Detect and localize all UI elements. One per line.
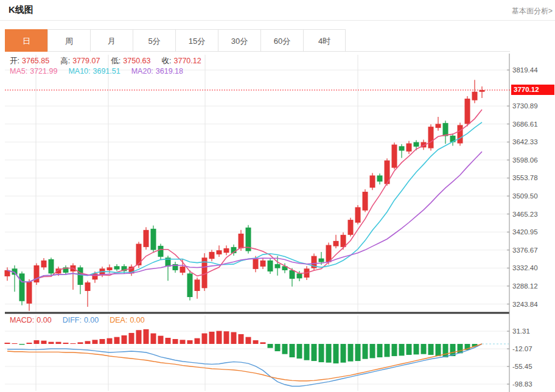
candle-body	[348, 220, 354, 235]
macd-bar	[180, 340, 186, 344]
candle-body	[363, 192, 368, 211]
macd-bar	[71, 343, 76, 344]
legend-label: 开:	[10, 57, 19, 65]
candle-body	[458, 125, 463, 143]
macd-bar	[304, 344, 310, 360]
svg-text:3553.78: 3553.78	[512, 174, 538, 181]
candle-body	[253, 259, 259, 269]
svg-text:3819.44: 3819.44	[512, 66, 538, 74]
svg-text:3598.06: 3598.06	[512, 156, 538, 164]
macd-bar	[436, 344, 441, 356]
macd-bar	[92, 340, 98, 344]
macd-bar	[370, 344, 375, 358]
macd-bar	[319, 344, 324, 362]
legend-label: MA5:	[10, 67, 27, 75]
macd-bar	[290, 344, 295, 357]
macd-bar	[129, 333, 134, 344]
macd-bar	[202, 334, 208, 344]
candle-body	[217, 250, 222, 254]
candle-body	[297, 273, 302, 278]
macd-bar	[19, 344, 25, 345]
macd-histogram	[5, 329, 478, 363]
candle-body	[78, 267, 83, 285]
macd-bar	[348, 344, 354, 362]
legend-value: 3619.18	[156, 67, 183, 75]
legend-label: MA10:	[68, 67, 90, 75]
legend-value: 3750.63	[123, 57, 150, 65]
legend-label: 收:	[162, 57, 172, 65]
legend-value: 3691.51	[93, 67, 120, 75]
candle-body	[333, 241, 339, 247]
macd-bar	[41, 341, 47, 344]
svg-text:3288.12: 3288.12	[512, 282, 538, 290]
svg-text:3376.67: 3376.67	[512, 247, 538, 254]
macd-bar	[5, 343, 10, 344]
macd-bar	[231, 332, 237, 344]
macd-bar	[326, 344, 332, 363]
legend-label: 高:	[60, 57, 70, 65]
candle-body	[472, 92, 478, 100]
macd-bar	[136, 330, 142, 344]
macd-bar	[260, 342, 266, 344]
candle-body	[114, 266, 120, 269]
macd-bar	[421, 344, 427, 354]
macd-bar	[414, 344, 419, 354]
candle-body	[392, 145, 397, 168]
macd-bar	[173, 339, 178, 344]
macd-bar	[428, 344, 434, 355]
legend-value: 3779.07	[72, 57, 100, 65]
macd-bar	[341, 344, 346, 363]
macd-bar	[246, 337, 251, 344]
candle-body	[195, 279, 200, 291]
candle-body	[85, 282, 91, 291]
macd-bar	[407, 344, 412, 355]
candle-body	[377, 175, 383, 181]
macd-bar	[209, 332, 215, 344]
macd-bar	[78, 342, 83, 344]
macd-bar	[392, 344, 397, 356]
candle-body	[41, 261, 47, 267]
legend-value: 0.00	[130, 316, 144, 324]
macd-bar	[122, 335, 127, 344]
candle-body	[260, 261, 266, 267]
macd-bar	[158, 336, 164, 344]
current-price-tag: 3770.12	[511, 85, 554, 95]
macd-bar	[399, 344, 405, 355]
ohlc-legend: 开:3765.85高:3779.07低:3750.63收:3770.12	[10, 56, 212, 66]
svg-text:3465.23: 3465.23	[512, 211, 538, 218]
candle-body	[370, 175, 375, 187]
legend-label: DEA:	[110, 316, 127, 324]
macd-bar	[151, 334, 156, 344]
macd-bar	[297, 344, 302, 359]
macd-bar	[355, 344, 361, 361]
svg-text:-12.07: -12.07	[512, 345, 532, 352]
candle-body	[414, 142, 419, 147]
macd-bar	[363, 344, 368, 359]
candle-body	[19, 273, 25, 301]
macd-bar	[166, 338, 171, 344]
ma20-line	[7, 152, 482, 282]
candle-body	[399, 146, 405, 150]
svg-text:3730.89: 3730.89	[512, 102, 538, 110]
macd-bar	[239, 334, 244, 344]
macd-bar	[282, 344, 288, 354]
candle-body	[465, 99, 470, 124]
macd-bar	[107, 338, 113, 344]
candle-body	[209, 252, 215, 259]
macd-bar	[27, 343, 32, 344]
macd-bar	[385, 344, 390, 357]
gridlines: 3819.443730.893686.613642.333598.063553.…	[5, 55, 538, 391]
candle-body	[49, 259, 54, 273]
candle-body	[187, 273, 193, 297]
candle-body	[480, 90, 485, 92]
macd-bar	[312, 344, 317, 361]
candle-body	[319, 259, 324, 262]
candle-body	[144, 230, 149, 247]
macd-bar	[56, 342, 61, 344]
candle-body	[268, 261, 273, 271]
candle-body	[107, 267, 113, 270]
svg-text:31.31: 31.31	[512, 327, 530, 335]
candle-body	[436, 124, 441, 128]
candle-body	[407, 144, 412, 152]
candle-body	[27, 282, 32, 304]
